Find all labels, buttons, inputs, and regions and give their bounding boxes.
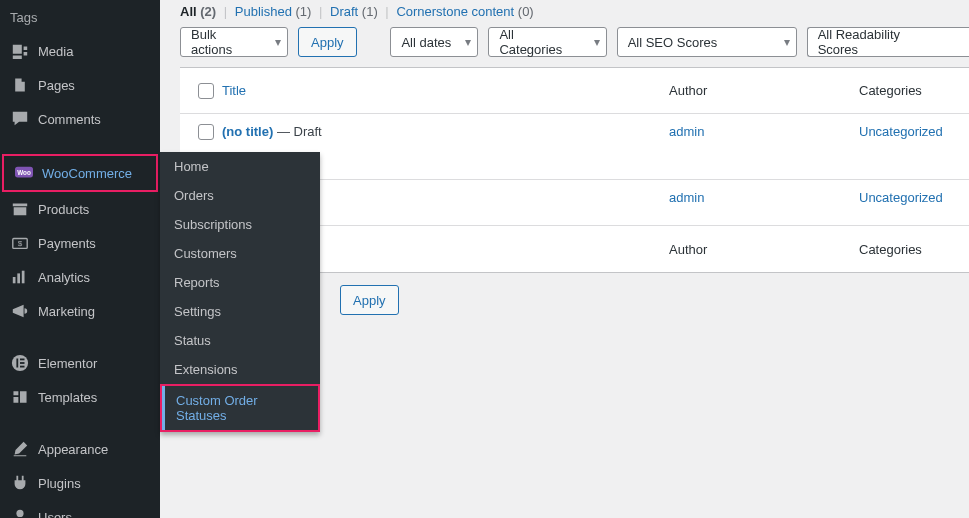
svg-rect-6	[22, 271, 25, 284]
pages-icon	[10, 75, 30, 95]
elementor-icon	[10, 353, 30, 373]
svg-rect-11	[20, 366, 25, 368]
column-categories: Categories	[859, 83, 922, 98]
sidebar-label: Media	[38, 44, 73, 59]
submenu-item-custom-order-statuses[interactable]: Custom Order Statuses	[162, 386, 318, 430]
marketing-icon	[10, 301, 30, 321]
sidebar-label: WooCommerce	[42, 166, 132, 181]
author-link[interactable]: admin	[669, 124, 704, 139]
sidebar-item-templates[interactable]: Templates	[0, 380, 160, 414]
post-title-link[interactable]: (no title)	[222, 124, 273, 139]
column-author: Author	[669, 242, 707, 257]
admin-sidebar: Tags Media Pages Comments Woo WooCommerc…	[0, 0, 160, 518]
sidebar-item-tags[interactable]: Tags	[0, 0, 160, 34]
sidebar-label: Templates	[38, 390, 97, 405]
submenu-item-status[interactable]: Status	[160, 326, 320, 355]
sidebar-item-elementor[interactable]: Elementor	[0, 346, 160, 380]
sidebar-item-marketing[interactable]: Marketing	[0, 294, 160, 328]
sidebar-label: Marketing	[38, 304, 95, 319]
products-icon	[10, 199, 30, 219]
filter-all[interactable]: All (2)	[180, 4, 216, 19]
select-value: Bulk actions	[191, 27, 261, 57]
templates-icon	[10, 387, 30, 407]
submenu-item-reports[interactable]: Reports	[160, 268, 320, 297]
apply-button[interactable]: Apply	[298, 27, 357, 57]
sidebar-item-woocommerce[interactable]: Woo WooCommerce	[4, 156, 156, 190]
svg-text:$: $	[18, 239, 23, 248]
filter-published[interactable]: Published (1)	[235, 4, 312, 19]
submenu-item-subscriptions[interactable]: Subscriptions	[160, 210, 320, 239]
submenu-item-home[interactable]: Home	[160, 152, 320, 181]
categories-select[interactable]: All Categories ▾	[488, 27, 606, 57]
sidebar-label: Tags	[10, 10, 37, 25]
svg-rect-8	[16, 359, 18, 368]
select-value: All dates	[401, 35, 451, 50]
sidebar-item-products[interactable]: Products	[0, 192, 160, 226]
sidebar-label: Comments	[38, 112, 101, 127]
status-filter-links: All (2) | Published (1) | Draft (1) | Co…	[180, 0, 969, 27]
select-all-checkbox[interactable]	[198, 83, 214, 99]
submenu-item-settings[interactable]: Settings	[160, 297, 320, 326]
bulk-actions-select[interactable]: Bulk actions ▾	[180, 27, 288, 57]
column-author: Author	[669, 83, 707, 98]
appearance-icon	[10, 439, 30, 459]
woocommerce-submenu: Home Orders Subscriptions Customers Repo…	[160, 152, 320, 432]
sidebar-separator	[0, 414, 160, 432]
svg-rect-9	[20, 359, 25, 361]
filter-draft[interactable]: Draft (1)	[330, 4, 378, 19]
sidebar-item-users[interactable]: Users	[0, 500, 160, 518]
author-link[interactable]: admin	[669, 190, 704, 205]
sidebar-separator	[0, 136, 160, 154]
svg-point-12	[16, 510, 23, 517]
sidebar-label: Appearance	[38, 442, 108, 457]
category-link[interactable]: Uncategorized	[859, 190, 943, 205]
sidebar-item-media[interactable]: Media	[0, 34, 160, 68]
sidebar-item-payments[interactable]: $ Payments	[0, 226, 160, 260]
payments-icon: $	[10, 233, 30, 253]
row-checkbox[interactable]	[198, 124, 214, 140]
readability-scores-select[interactable]: All Readability Scores	[807, 27, 969, 57]
svg-rect-5	[17, 273, 20, 283]
sidebar-item-appearance[interactable]: Appearance	[0, 432, 160, 466]
sidebar-item-pages[interactable]: Pages	[0, 68, 160, 102]
sidebar-label: Users	[38, 510, 72, 519]
sidebar-item-comments[interactable]: Comments	[0, 102, 160, 136]
sidebar-label: Plugins	[38, 476, 81, 491]
column-title[interactable]: Title	[222, 83, 246, 98]
svg-rect-4	[13, 277, 16, 283]
select-value: All SEO Scores	[628, 35, 718, 50]
woocommerce-icon: Woo	[14, 163, 34, 183]
submenu-item-extensions[interactable]: Extensions	[160, 355, 320, 384]
filter-cornerstone[interactable]: Cornerstone content (0)	[396, 4, 533, 19]
sidebar-label: Analytics	[38, 270, 90, 285]
plugins-icon	[10, 473, 30, 493]
submenu-item-orders[interactable]: Orders	[160, 181, 320, 210]
select-value: All Categories	[499, 27, 579, 57]
chevron-down-icon: ▾	[784, 35, 790, 49]
sidebar-separator	[0, 328, 160, 346]
sidebar-label: Payments	[38, 236, 96, 251]
media-icon	[10, 41, 30, 61]
apply-button-bottom[interactable]: Apply	[340, 285, 399, 315]
category-link[interactable]: Uncategorized	[859, 124, 943, 139]
sidebar-label: Elementor	[38, 356, 97, 371]
column-categories: Categories	[859, 242, 922, 257]
analytics-icon	[10, 267, 30, 287]
sidebar-label: Pages	[38, 78, 75, 93]
chevron-down-icon: ▾	[465, 35, 471, 49]
chevron-down-icon: ▾	[275, 35, 281, 49]
table-header-row: Title Author Categories	[180, 68, 969, 114]
users-icon	[10, 507, 30, 518]
submenu-highlight-custom-order-statuses: Custom Order Statuses	[160, 384, 320, 432]
seo-scores-select[interactable]: All SEO Scores ▾	[617, 27, 797, 57]
chevron-down-icon: ▾	[594, 35, 600, 49]
sidebar-label: Products	[38, 202, 89, 217]
submenu-item-customers[interactable]: Customers	[160, 239, 320, 268]
sidebar-item-plugins[interactable]: Plugins	[0, 466, 160, 500]
svg-text:Woo: Woo	[17, 169, 31, 176]
dates-select[interactable]: All dates ▾	[390, 27, 478, 57]
sidebar-item-analytics[interactable]: Analytics	[0, 260, 160, 294]
post-state: — Draft	[273, 124, 321, 139]
svg-rect-10	[20, 362, 25, 364]
toolbar: Bulk actions ▾ Apply All dates ▾ All Cat…	[180, 27, 969, 67]
